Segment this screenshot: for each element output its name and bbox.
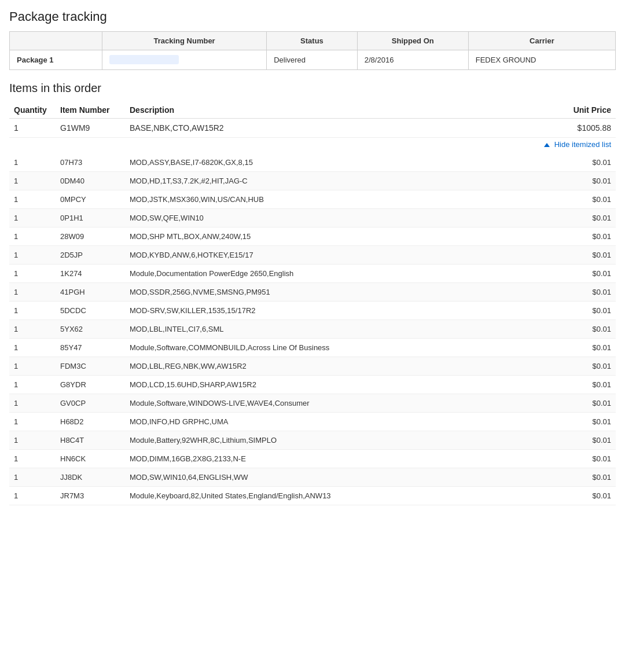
- table-row: 1FDM3CMOD,LBL,REG,NBK,WW,AW15R2$0.01: [9, 357, 616, 376]
- table-row: 1JJ8DKMOD,SW,WIN10,64,ENGLISH,WW$0.01: [9, 468, 616, 487]
- table-row: 10MPCYMOD,JSTK,MSX360,WIN,US/CAN,HUB$0.0…: [9, 190, 616, 209]
- sub-item-quantity: 1: [9, 320, 56, 339]
- col-item-number: Item Number: [56, 102, 125, 119]
- carrier-cell: FEDEX GROUND: [468, 50, 615, 70]
- table-row: 11K274Module,Documentation PowerEdge 265…: [9, 265, 616, 283]
- sub-item-number: GV0CP: [56, 394, 125, 413]
- sub-item-price: $0.01: [546, 209, 616, 227]
- sub-item-number: H68D2: [56, 413, 125, 431]
- sub-item-quantity: 1: [9, 190, 56, 209]
- sub-item-price: $0.01: [546, 320, 616, 339]
- table-row: 1H68D2MOD,INFO,HD GRPHC,UMA$0.01: [9, 413, 616, 431]
- sub-item-number: 5YX62: [56, 320, 125, 339]
- sub-item-price: $0.01: [546, 339, 616, 357]
- main-item-quantity: 1: [9, 119, 56, 138]
- main-item-price: $1005.88: [546, 119, 616, 138]
- status-cell: Delivered: [267, 50, 358, 70]
- items-table: Quantity Item Number Description Unit Pr…: [9, 102, 616, 505]
- main-item-row: 1 G1WM9 BASE,NBK,CTO,AW15R2 $1005.88: [9, 119, 616, 138]
- sub-item-quantity: 1: [9, 246, 56, 265]
- table-row: 1GV0CPModule,Software,WINDOWS-LIVE,WAVE4…: [9, 394, 616, 413]
- sub-item-description: MOD,SW,QFE,WIN10: [125, 209, 546, 227]
- sub-item-price: $0.01: [546, 172, 616, 190]
- col-description: Description: [125, 102, 546, 119]
- sub-item-description: Module,Software,COMMONBUILD,Across Line …: [125, 339, 546, 357]
- sub-item-price: $0.01: [546, 376, 616, 394]
- sub-item-number: 0DM40: [56, 172, 125, 190]
- sub-item-quantity: 1: [9, 209, 56, 227]
- sub-item-quantity: 1: [9, 450, 56, 468]
- sub-item-number: 41PGH: [56, 283, 125, 302]
- sub-item-quantity: 1: [9, 413, 56, 431]
- package-label: Package 1: [10, 50, 102, 70]
- sub-item-quantity: 1: [9, 376, 56, 394]
- sub-item-number: H8C4T: [56, 431, 125, 450]
- sub-item-number: HN6CK: [56, 450, 125, 468]
- table-row: 141PGHMOD,SSDR,256G,NVME,SMSNG,PM951$0.0…: [9, 283, 616, 302]
- table-row: 15DCDCMOD-SRV,SW,KILLER,1535,15/17R2$0.0…: [9, 302, 616, 320]
- sub-item-price: $0.01: [546, 246, 616, 265]
- sub-item-description: MOD,SHP MTL,BOX,ANW,240W,15: [125, 227, 546, 246]
- sub-item-quantity: 1: [9, 394, 56, 413]
- table-row: 10P1H1MOD,SW,QFE,WIN10$0.01: [9, 209, 616, 227]
- tracking-col-empty: [10, 32, 102, 50]
- table-row: 107H73MOD,ASSY,BASE,I7-6820K,GX,8,15$0.0…: [9, 153, 616, 172]
- sub-item-number: 1K274: [56, 265, 125, 283]
- sub-item-price: $0.01: [546, 357, 616, 376]
- sub-item-price: $0.01: [546, 450, 616, 468]
- table-row: 1JR7M3Module,Keyboard,82,United States,E…: [9, 487, 616, 505]
- tracking-number-cell: [102, 50, 267, 70]
- sub-item-quantity: 1: [9, 283, 56, 302]
- sub-item-quantity: 1: [9, 153, 56, 172]
- tracking-col-carrier: Carrier: [468, 32, 615, 50]
- sub-item-quantity: 1: [9, 431, 56, 450]
- sub-item-price: $0.01: [546, 468, 616, 487]
- sub-item-description: MOD,HD,1T,S3,7.2K,#2,HIT,JAG-C: [125, 172, 546, 190]
- sub-item-price: $0.01: [546, 265, 616, 283]
- triangle-up-icon: [544, 143, 550, 147]
- shipped-on-cell: 2/8/2016: [357, 50, 468, 70]
- sub-item-quantity: 1: [9, 339, 56, 357]
- sub-item-description: MOD,DIMM,16GB,2X8G,2133,N-E: [125, 450, 546, 468]
- sub-item-price: $0.01: [546, 227, 616, 246]
- sub-item-price: $0.01: [546, 190, 616, 209]
- sub-item-number: 5DCDC: [56, 302, 125, 320]
- sub-item-price: $0.01: [546, 487, 616, 505]
- sub-item-number: FDM3C: [56, 357, 125, 376]
- sub-item-number: 28W09: [56, 227, 125, 246]
- tracking-col-number: Tracking Number: [102, 32, 267, 50]
- sub-item-description: MOD,KYBD,ANW,6,HOTKEY,E15/17: [125, 246, 546, 265]
- table-row: 1HN6CKMOD,DIMM,16GB,2X8G,2133,N-E$0.01: [9, 450, 616, 468]
- tracking-col-status: Status: [267, 32, 358, 50]
- sub-item-price: $0.01: [546, 413, 616, 431]
- sub-item-description: Module,Software,WINDOWS-LIVE,WAVE4,Consu…: [125, 394, 546, 413]
- table-row: 185Y47Module,Software,COMMONBUILD,Across…: [9, 339, 616, 357]
- col-unit-price: Unit Price: [546, 102, 616, 119]
- sub-item-description: Module,Battery,92WHR,8C,Lithium,SIMPLO: [125, 431, 546, 450]
- sub-item-number: 0P1H1: [56, 209, 125, 227]
- sub-item-quantity: 1: [9, 302, 56, 320]
- sub-item-description: MOD,INFO,HD GRPHC,UMA: [125, 413, 546, 431]
- sub-item-description: MOD,SSDR,256G,NVME,SMSNG,PM951: [125, 283, 546, 302]
- sub-item-number: 2D5JP: [56, 246, 125, 265]
- items-section-title: Items in this order: [9, 82, 616, 95]
- sub-item-description: MOD,LCD,15.6UHD,SHARP,AW15R2: [125, 376, 546, 394]
- sub-item-quantity: 1: [9, 265, 56, 283]
- sub-item-description: MOD,LBL,INTEL,CI7,6,SML: [125, 320, 546, 339]
- sub-item-description: Module,Keyboard,82,United States,England…: [125, 487, 546, 505]
- tracking-row: Package 1 Delivered 2/8/2016 FEDEX GROUN…: [10, 50, 616, 70]
- sub-item-description: MOD-SRV,SW,KILLER,1535,15/17R2: [125, 302, 546, 320]
- sub-item-price: $0.01: [546, 431, 616, 450]
- hide-itemized-row: Hide itemized list: [9, 138, 616, 154]
- table-row: 12D5JPMOD,KYBD,ANW,6,HOTKEY,E15/17$0.01: [9, 246, 616, 265]
- main-item-number: G1WM9: [56, 119, 125, 138]
- sub-item-quantity: 1: [9, 487, 56, 505]
- table-row: 128W09MOD,SHP MTL,BOX,ANW,240W,15$0.01: [9, 227, 616, 246]
- sub-item-description: MOD,ASSY,BASE,I7-6820K,GX,8,15: [125, 153, 546, 172]
- sub-item-number: JR7M3: [56, 487, 125, 505]
- hide-itemized-link[interactable]: Hide itemized list: [554, 140, 611, 149]
- sub-item-number: JJ8DK: [56, 468, 125, 487]
- main-item-description: BASE,NBK,CTO,AW15R2: [125, 119, 546, 138]
- sub-item-number: 07H73: [56, 153, 125, 172]
- sub-item-number: 85Y47: [56, 339, 125, 357]
